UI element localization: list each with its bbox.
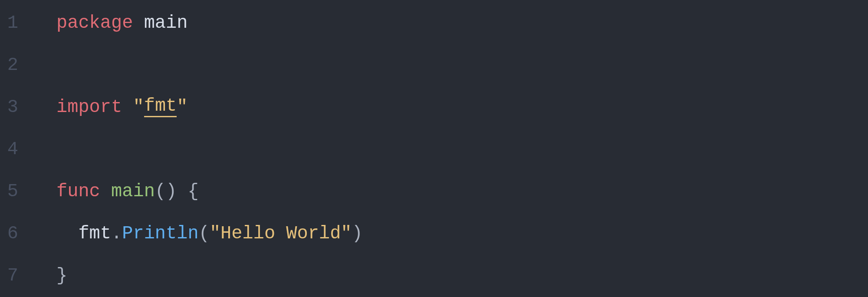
line-number: 7 xyxy=(0,254,30,297)
line-number: 1 xyxy=(0,2,30,44)
dot-operator: . xyxy=(111,224,122,243)
code-line-2[interactable] xyxy=(56,44,868,86)
whitespace xyxy=(100,182,111,201)
keyword-import: import xyxy=(56,98,122,116)
code-editor[interactable]: 1 2 3 4 5 6 7 package main import "fmt" … xyxy=(0,0,868,297)
import-fmt: fmt xyxy=(144,97,177,117)
string-quote: " xyxy=(133,98,144,116)
whitespace xyxy=(177,182,187,201)
paren-close: ) xyxy=(352,224,363,243)
brace-close: } xyxy=(56,267,67,285)
whitespace xyxy=(133,14,144,32)
string-literal: "Hello World" xyxy=(210,224,352,243)
keyword-func: func xyxy=(56,182,100,201)
code-line-7[interactable]: } xyxy=(56,254,868,297)
parentheses: () xyxy=(155,182,177,201)
code-line-1[interactable]: package main xyxy=(56,2,868,44)
brace-open: { xyxy=(188,182,199,201)
indent xyxy=(56,224,78,243)
whitespace xyxy=(122,98,133,116)
line-number-gutter: 1 2 3 4 5 6 7 xyxy=(0,0,30,297)
keyword-package: package xyxy=(56,14,133,32)
code-line-5[interactable]: func main() { xyxy=(56,170,868,212)
identifier-main: main xyxy=(144,14,188,32)
line-number: 4 xyxy=(0,128,30,170)
line-number: 2 xyxy=(0,44,30,86)
code-content[interactable]: package main import "fmt" func main() { … xyxy=(30,0,868,297)
code-line-3[interactable]: import "fmt" xyxy=(56,86,868,128)
function-name-main: main xyxy=(111,182,155,201)
package-ref-fmt: fmt xyxy=(78,224,111,243)
string-quote: " xyxy=(177,98,187,116)
code-line-6[interactable]: fmt.Println("Hello World") xyxy=(56,212,868,254)
method-println: Println xyxy=(122,224,198,243)
line-number: 3 xyxy=(0,86,30,128)
line-number: 5 xyxy=(0,170,30,212)
code-line-4[interactable] xyxy=(56,128,868,170)
paren-open: ( xyxy=(199,224,210,243)
line-number: 6 xyxy=(0,212,30,254)
